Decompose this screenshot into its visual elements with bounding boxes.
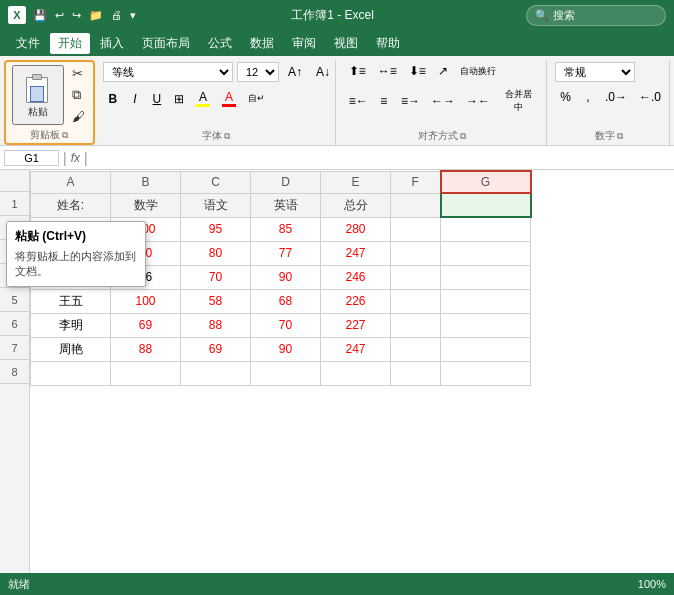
cut-button[interactable]: ✂ — [68, 64, 89, 83]
cell-c6[interactable]: 88 — [181, 313, 251, 337]
cell-g6[interactable] — [441, 313, 531, 337]
cell-e2[interactable]: 280 — [321, 217, 391, 241]
font-name-select[interactable]: 等线 — [103, 62, 233, 82]
comma-button[interactable]: , — [578, 88, 598, 106]
toolbar-dropdown[interactable]: ▾ — [127, 7, 139, 24]
cell-b1[interactable]: 数学 — [111, 193, 181, 217]
menu-formula[interactable]: 公式 — [200, 33, 240, 54]
cell-e4[interactable]: 246 — [321, 265, 391, 289]
font-color-button[interactable]: A — [217, 88, 241, 109]
col-header-e[interactable]: E — [321, 171, 391, 193]
bold-button[interactable]: B — [103, 90, 123, 108]
menu-review[interactable]: 审阅 — [284, 33, 324, 54]
align-left-button[interactable]: ≡← — [344, 92, 372, 110]
cell-g3[interactable] — [441, 241, 531, 265]
paste-button[interactable]: 粘贴 — [12, 65, 64, 125]
cell-c5[interactable]: 58 — [181, 289, 251, 313]
number-format-select[interactable]: 常规 — [555, 62, 635, 82]
formula-input[interactable] — [92, 151, 670, 165]
decrease-decimal-button[interactable]: ←.0 — [634, 88, 666, 106]
menu-file[interactable]: 文件 — [8, 33, 48, 54]
search-box[interactable]: 🔍 搜索 — [526, 5, 666, 26]
cell-f8[interactable] — [391, 361, 441, 385]
menu-page-layout[interactable]: 页面布局 — [134, 33, 198, 54]
cell-e8[interactable] — [321, 361, 391, 385]
align-bottom-button[interactable]: ⬇≡ — [404, 62, 431, 80]
cell-c1[interactable]: 语文 — [181, 193, 251, 217]
cell-e6[interactable]: 227 — [321, 313, 391, 337]
cell-g5[interactable] — [441, 289, 531, 313]
cell-a1[interactable]: 姓名: — [31, 193, 111, 217]
cell-c2[interactable]: 95 — [181, 217, 251, 241]
align-top-button[interactable]: ⬆≡ — [344, 62, 371, 80]
col-header-g[interactable]: G — [441, 171, 531, 193]
cell-d2[interactable]: 85 — [251, 217, 321, 241]
align-center-button[interactable]: ≡ — [374, 92, 394, 110]
cell-e1[interactable]: 总分 — [321, 193, 391, 217]
decrease-font-button[interactable]: A↓ — [311, 63, 335, 81]
cell-a7[interactable]: 周艳 — [31, 337, 111, 361]
col-header-d[interactable]: D — [251, 171, 321, 193]
cell-d7[interactable]: 90 — [251, 337, 321, 361]
cell-d3[interactable]: 77 — [251, 241, 321, 265]
cell-g4[interactable] — [441, 265, 531, 289]
percent-button[interactable]: % — [555, 88, 576, 106]
redo-button[interactable]: ↪ — [69, 7, 84, 24]
cell-f7[interactable] — [391, 337, 441, 361]
cell-b6[interactable]: 69 — [111, 313, 181, 337]
wrap-text-btn[interactable]: 自↵ — [243, 90, 270, 107]
cell-f3[interactable] — [391, 241, 441, 265]
cell-g8[interactable] — [441, 361, 531, 385]
cell-g1[interactable] — [441, 193, 531, 217]
cell-b7[interactable]: 88 — [111, 337, 181, 361]
align-right-button[interactable]: ≡→ — [396, 92, 424, 110]
align-middle-button[interactable]: ↔≡ — [373, 62, 402, 80]
cell-c8[interactable] — [181, 361, 251, 385]
cell-c4[interactable]: 70 — [181, 265, 251, 289]
menu-help[interactable]: 帮助 — [368, 33, 408, 54]
number-expand-icon[interactable]: ⧉ — [617, 131, 623, 142]
increase-font-button[interactable]: A↑ — [283, 63, 307, 81]
cell-e7[interactable]: 247 — [321, 337, 391, 361]
cell-reference-input[interactable] — [4, 150, 59, 166]
col-header-c[interactable]: C — [181, 171, 251, 193]
undo-button[interactable]: ↩ — [52, 7, 67, 24]
increase-decimal-button[interactable]: .0→ — [600, 88, 632, 106]
indent-inc-button[interactable]: →← — [461, 92, 494, 110]
cell-g7[interactable] — [441, 337, 531, 361]
cell-c3[interactable]: 80 — [181, 241, 251, 265]
open-button[interactable]: 📁 — [86, 7, 106, 24]
cell-d8[interactable] — [251, 361, 321, 385]
format-painter-button[interactable]: 🖌 — [68, 107, 89, 126]
cell-e3[interactable]: 247 — [321, 241, 391, 265]
cell-f4[interactable] — [391, 265, 441, 289]
menu-insert[interactable]: 插入 — [92, 33, 132, 54]
copy-button[interactable]: ⧉ — [68, 85, 89, 105]
cell-d5[interactable]: 68 — [251, 289, 321, 313]
cell-e5[interactable]: 226 — [321, 289, 391, 313]
cell-d4[interactable]: 90 — [251, 265, 321, 289]
cell-b8[interactable] — [111, 361, 181, 385]
underline-button[interactable]: U — [147, 90, 167, 108]
cell-g2[interactable] — [441, 217, 531, 241]
cell-a6[interactable]: 李明 — [31, 313, 111, 337]
cell-c7[interactable]: 69 — [181, 337, 251, 361]
cell-f1[interactable] — [391, 193, 441, 217]
italic-button[interactable]: I — [125, 90, 145, 108]
wrap-button[interactable]: 自动换行 — [455, 63, 501, 80]
col-header-a[interactable]: A — [31, 171, 111, 193]
cell-f5[interactable] — [391, 289, 441, 313]
menu-view[interactable]: 视图 — [326, 33, 366, 54]
print-button[interactable]: 🖨 — [108, 7, 125, 23]
clipboard-expand-icon[interactable]: ⧉ — [62, 130, 68, 141]
save-button[interactable]: 💾 — [30, 7, 50, 24]
cell-d6[interactable]: 70 — [251, 313, 321, 337]
cell-a8[interactable] — [31, 361, 111, 385]
menu-data[interactable]: 数据 — [242, 33, 282, 54]
border-button[interactable]: ⊞ — [169, 90, 189, 108]
fill-color-button[interactable]: A — [191, 88, 215, 109]
align-expand-icon[interactable]: ⧉ — [460, 131, 466, 142]
cell-a5[interactable]: 王五 — [31, 289, 111, 313]
menu-home[interactable]: 开始 — [50, 33, 90, 54]
font-size-select[interactable]: 12 — [237, 62, 279, 82]
